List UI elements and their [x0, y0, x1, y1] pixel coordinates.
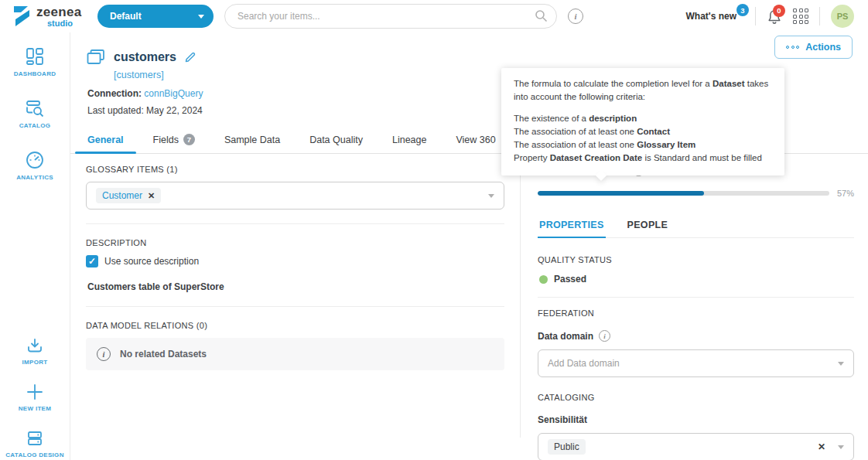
tab-lineage[interactable]: Lineage — [380, 127, 439, 153]
glossary-chip-label: Customer — [102, 190, 142, 201]
quality-status-row: Passed — [539, 274, 854, 285]
tab-view-360[interactable]: View 360 — [443, 127, 507, 153]
sidebar-bottom-group: IMPORT NEW ITEM — [0, 336, 70, 460]
header-divider — [755, 7, 756, 26]
sensibility-chip-label: Public — [554, 441, 579, 452]
glossary-items-select[interactable]: Customer ✕ — [86, 182, 504, 210]
whats-new-button[interactable]: What's new 3 — [685, 11, 744, 22]
completion-percent: 57% — [837, 189, 854, 198]
edit-pencil-icon[interactable] — [184, 51, 196, 63]
tab-general[interactable]: General — [75, 127, 136, 153]
data-domain-info-icon[interactable]: i — [599, 330, 610, 342]
quality-status-value: Passed — [554, 274, 586, 285]
chevron-down-icon[interactable] — [838, 445, 844, 449]
sidebar-item-label: IMPORT — [22, 359, 48, 366]
help-info-icon[interactable]: i — [568, 9, 583, 24]
glossary-items-title: GLOSSARY ITEMS (1) — [86, 165, 504, 174]
sidebar-item-label: DASHBOARD — [14, 70, 56, 77]
import-icon — [26, 336, 44, 355]
tab-data-quality[interactable]: Data Quality — [297, 127, 375, 153]
content-columns: GLOSSARY ITEMS (1) Customer ✕ DESCRIPTIO… — [70, 154, 868, 438]
tooltip-criteria-list: The existence of a descriptionThe associ… — [514, 112, 772, 165]
checkbox-checked-icon[interactable]: ✓ — [86, 255, 98, 267]
use-source-description-row[interactable]: ✓ Use source description — [86, 255, 504, 267]
no-relations-panel: i No related Datasets — [86, 338, 504, 370]
header-right-group: What's new 3 0 PS — [685, 5, 854, 28]
sidebar-item-catalog[interactable]: CATALOG — [0, 98, 70, 129]
tab-fields[interactable]: Fields 7 — [141, 127, 207, 153]
logo-text: zeenea studio — [36, 5, 82, 28]
notifications-button[interactable]: 0 — [767, 9, 782, 25]
clear-selection-icon[interactable]: ✕ — [818, 441, 825, 452]
tab-label: Data Quality — [309, 135, 363, 145]
description-title: DESCRIPTION — [86, 238, 504, 247]
tooltip-intro: The formula to calculate the completion … — [514, 77, 772, 104]
chevron-down-icon[interactable] — [488, 194, 494, 198]
sidebar-item-analytics[interactable]: ANALYTICS — [0, 150, 70, 181]
zeenea-logo-icon — [12, 5, 31, 27]
sidebar-item-import[interactable]: IMPORT — [0, 336, 70, 366]
sidebar-item-new-item[interactable]: NEW ITEM — [0, 383, 70, 412]
remove-glossary-icon[interactable]: ✕ — [148, 192, 155, 200]
no-relations-text: No related Datasets — [120, 349, 207, 359]
fields-count-badge: 7 — [183, 134, 195, 145]
description-text: Customers table of SuperStore — [87, 281, 504, 292]
zeenea-studio-app: zeenea studio Default i What's new 3 — [0, 0, 868, 460]
page-title: customers — [114, 50, 176, 64]
data-domain-label: Data domain — [538, 331, 593, 342]
whats-new-label: What's new — [685, 11, 736, 22]
title-row: customers — [86, 48, 851, 66]
sensibility-label: Sensibilität — [538, 414, 854, 425]
apps-grid-icon[interactable] — [793, 9, 808, 24]
chevron-down-icon — [198, 15, 204, 19]
sensibility-chip: Public — [548, 439, 586, 455]
tab-label: General — [87, 135, 124, 145]
chevron-down-icon[interactable] — [838, 362, 844, 366]
details-subtabs: PROPERTIES PEOPLE — [538, 215, 854, 238]
ellipsis-icon — [786, 46, 799, 49]
whats-new-badge: 3 — [736, 4, 749, 16]
search-icon — [535, 9, 548, 22]
sidebar-item-label: CATALOG DESIGN — [5, 451, 63, 458]
dataset-icon — [86, 48, 106, 66]
sidebar-item-label: ANALYTICS — [16, 174, 53, 181]
actions-button-label: Actions — [805, 42, 841, 53]
info-icon: i — [97, 347, 111, 361]
glossary-chip: Customer ✕ — [96, 188, 161, 203]
workspace-selector[interactable]: Default — [97, 5, 214, 28]
completion-progress-fill — [538, 191, 704, 196]
data-domain-placeholder: Add Data domain — [548, 358, 620, 369]
notifications-badge: 0 — [773, 5, 785, 17]
zeenea-logo[interactable]: zeenea studio — [12, 5, 87, 28]
top-bar: zeenea studio Default i What's new 3 — [0, 0, 868, 32]
tab-label: Sample Data — [224, 135, 280, 145]
catalog-design-icon — [26, 429, 44, 448]
data-model-relations-title: DATA MODEL RELATIONS (0) — [86, 321, 504, 330]
sidebar-item-label: CATALOG — [19, 122, 50, 129]
actions-button[interactable]: Actions — [774, 36, 853, 59]
sidebar-item-dashboard[interactable]: DASHBOARD — [0, 46, 70, 77]
completion-progress-track — [538, 191, 829, 196]
general-left-column: GLOSSARY ITEMS (1) Customer ✕ DESCRIPTIO… — [70, 154, 520, 438]
sidebar-item-label: NEW ITEM — [19, 405, 51, 412]
tab-label: Lineage — [392, 135, 427, 145]
workspace-selector-label: Default — [110, 11, 142, 22]
analytics-icon — [25, 150, 45, 170]
sidebar-item-catalog-design[interactable]: CATALOG DESIGN — [0, 429, 70, 458]
search-input[interactable] — [224, 4, 557, 29]
section-divider — [86, 306, 504, 307]
user-avatar[interactable]: PS — [831, 5, 854, 28]
subtab-people[interactable]: PEOPLE — [626, 215, 670, 237]
global-search — [224, 4, 557, 29]
connection-link[interactable]: connBigQuery — [144, 88, 203, 99]
subtab-properties[interactable]: PROPERTIES — [538, 215, 606, 237]
checkbox-label: Use source description — [104, 256, 199, 267]
federation-title: FEDERATION — [538, 308, 854, 318]
sensibility-select[interactable]: Public ✕ — [538, 433, 854, 460]
data-domain-label-row: Data domain i — [538, 330, 854, 342]
tab-label: Fields — [153, 135, 179, 145]
tab-label: View 360 — [456, 135, 495, 145]
tab-sample-data[interactable]: Sample Data — [212, 127, 292, 153]
data-domain-select[interactable]: Add Data domain — [538, 349, 854, 377]
section-divider — [86, 223, 504, 224]
